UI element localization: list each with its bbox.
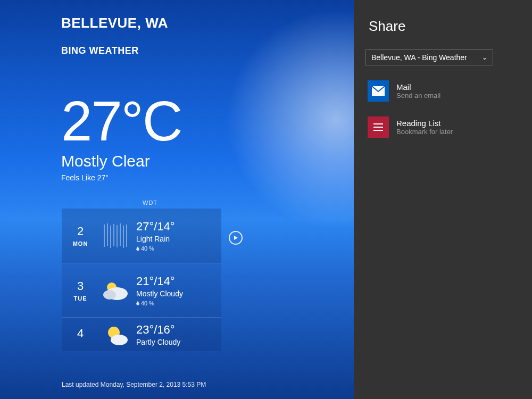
forecast-text: 21°/14° Mostly Cloudy 40 %: [134, 275, 218, 306]
raindrop-icon: [136, 246, 139, 251]
partly-cloudy-icon: [96, 319, 134, 351]
share-target-subtitle: Send an email: [396, 92, 440, 99]
feels-like: Feels Like 27°: [61, 173, 182, 182]
current-conditions: 27°C Mostly Clear Feels Like 27°: [61, 93, 182, 182]
share-target-title: Reading List: [396, 119, 453, 128]
chevron-down-icon: ⌄: [482, 54, 487, 61]
share-target-subtitle: Bookmark for later: [396, 128, 453, 136]
share-title: Share: [369, 18, 520, 35]
share-context-dropdown[interactable]: Bellevue, WA - Bing Weather ⌄: [365, 49, 493, 65]
forecast-dayname: MON: [65, 240, 96, 247]
share-target-text: Mail Send an email: [396, 82, 440, 99]
forecast-text: 23°/16° Partly Cloudy: [134, 323, 218, 346]
share-target-text: Reading List Bookmark for later: [396, 119, 453, 136]
forecast-list: 2 MON 27°/14° Light Rain: [62, 209, 221, 351]
forecast-hilo: 23°/16°: [136, 323, 218, 337]
share-context-label: Bellevue, WA - Bing Weather: [371, 53, 467, 62]
share-target-mail[interactable]: Mail Send an email: [365, 77, 520, 105]
share-target-title: Mail: [396, 82, 440, 92]
app-name: BING WEATHER: [61, 45, 139, 56]
forecast-row[interactable]: 3 TUE 21°/14° Mostly Cloudy 40 %: [62, 263, 221, 317]
svg-marker-13: [234, 236, 238, 240]
share-pane: Share Bellevue, WA - Bing Weather ⌄ Mail…: [354, 0, 532, 399]
svg-point-10: [103, 290, 116, 300]
forecast-daynum: 3: [65, 279, 96, 293]
current-condition: Mostly Clear: [61, 152, 182, 170]
forecast-text: 27°/14° Light Rain 40 %: [134, 220, 218, 252]
mostly-cloudy-icon: [96, 275, 134, 306]
forecast-daynum: 2: [65, 225, 96, 238]
mail-icon: [368, 80, 389, 102]
forecast-condition: Partly Cloudy: [136, 338, 218, 346]
forecast-day: 2 MON: [65, 225, 96, 247]
forecast-condition: Light Rain: [136, 235, 218, 243]
forecast-condition: Mostly Cloudy: [136, 289, 218, 298]
forecast-daynum: 4: [65, 327, 96, 340]
raindrop-icon: [136, 301, 139, 305]
data-provider-label: WDT: [143, 200, 157, 206]
forecast-pop: 40 %: [136, 300, 218, 306]
forecast-hilo: 21°/14°: [136, 275, 218, 288]
forecast-day: 3 TUE: [65, 279, 96, 302]
forecast-day: 4: [65, 327, 96, 343]
forecast-row[interactable]: 2 MON 27°/14° Light Rain: [62, 209, 221, 263]
current-temperature: 27°C: [61, 93, 182, 149]
last-updated: Last updated Monday, September 2, 2013 5…: [62, 381, 206, 388]
share-target-reading-list[interactable]: Reading List Bookmark for later: [365, 113, 520, 141]
svg-point-12: [111, 335, 128, 345]
location-title: BELLEVUE, WA: [61, 15, 168, 31]
reading-list-icon: [368, 117, 389, 138]
forecast-pop: 40 %: [136, 245, 218, 252]
weather-pane: BELLEVUE, WA BING WEATHER 27°C Mostly Cl…: [0, 0, 354, 399]
forecast-row[interactable]: 4 23°/16° Partly Cloudy: [62, 317, 221, 351]
forecast-dayname: TUE: [65, 295, 96, 302]
forecast-scroll-button[interactable]: [229, 231, 243, 245]
rain-icon: [96, 220, 134, 252]
forecast-hilo: 27°/14°: [136, 220, 218, 234]
